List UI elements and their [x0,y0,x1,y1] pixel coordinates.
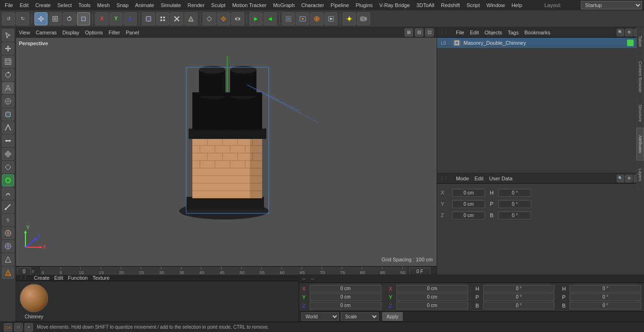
ti-b2-input[interactable] [570,302,641,309]
side-tool9[interactable] [2,135,14,147]
side-tool14[interactable] [2,201,14,213]
y-axis-button[interactable]: Y [109,12,123,25]
menu-render[interactable]: Render [185,1,207,9]
side-tool5[interactable] [2,82,14,94]
vp-settings-btn[interactable]: ⊟ [415,28,423,37]
redo-button[interactable]: ↻ [16,12,29,25]
apply-button[interactable]: Apply [382,312,403,321]
status-icon-x[interactable]: × [25,323,33,332]
menu-plugins[interactable]: Plugins [353,1,375,9]
tab-takes[interactable]: Takes [636,27,644,56]
tab-attributes[interactable]: Attributes [636,128,644,161]
vp-grid-btn[interactable]: ⊡ [425,28,434,37]
side-tool18[interactable] [2,253,14,266]
ti-z-input[interactable] [310,302,381,309]
move-tool[interactable] [34,12,48,25]
attr-z-pos[interactable] [452,211,485,219]
point-mode[interactable] [156,12,169,25]
side-scale-btn[interactable] [2,56,14,68]
attr-p-rot[interactable] [498,200,531,208]
rotate-tool[interactable] [63,12,76,25]
menu-select[interactable]: Select [55,1,75,9]
keyframe-btn3[interactable] [231,12,244,25]
om-objects-menu[interactable]: Objects [485,30,502,35]
side-move-btn[interactable] [2,42,14,55]
menu-window[interactable]: Window [484,1,508,9]
ti-z2-input[interactable] [396,302,468,309]
material-preview-chimney[interactable] [20,284,48,312]
render-region-btn[interactable] [282,12,295,25]
om-tags-menu[interactable]: Tags [508,30,519,35]
world-dropdown[interactable]: World [301,312,339,321]
render-view-btn[interactable] [296,12,309,25]
menu-pipeline[interactable]: Pipeline [328,1,352,9]
side-tool16[interactable]: S [2,227,14,239]
vp-options-menu[interactable]: Options [85,30,103,35]
menu-snap[interactable]: Snap [114,1,132,9]
tab-content-browser[interactable]: Content Browser [636,56,644,98]
menu-simulate[interactable]: Simulate [158,1,184,9]
ti-b-input[interactable] [483,302,555,309]
attr-y-pos[interactable] [452,200,485,208]
menu-file[interactable]: File [2,1,16,9]
light-btn[interactable] [343,12,356,25]
side-select-btn[interactable] [2,29,14,41]
viewport-canvas[interactable]: Perspective [16,38,437,266]
camera-btn[interactable] [357,12,370,25]
scale-dropdown[interactable]: Scale [341,312,379,321]
side-tool19[interactable] [2,267,14,279]
vp-filter-menu[interactable]: Filter [108,30,120,35]
undo-button[interactable]: ↺ [2,12,15,25]
side-rotate-btn[interactable] [2,69,14,81]
mat-function-menu[interactable]: Function [68,275,88,281]
ti-y2-input[interactable] [396,293,468,301]
side-tool13[interactable] [2,187,14,200]
menu-mograph[interactable]: MoGraph [270,1,297,9]
mat-edit-menu[interactable]: Edit [54,275,63,281]
om-config-btn[interactable]: ⚙ [625,29,633,36]
ti-p2-input[interactable] [570,293,641,301]
vp-view-menu[interactable]: View [19,30,30,35]
om-edit-menu[interactable]: Edit [470,30,479,35]
menu-3dtoall[interactable]: 3DToAll [413,1,437,9]
vp-display-menu[interactable]: Display [62,30,79,35]
model-mode[interactable] [142,12,155,25]
edge-mode[interactable] [170,12,183,25]
menu-sculpt[interactable]: Sculpt [208,1,229,9]
om-bookmarks-menu[interactable]: Bookmarks [524,30,550,35]
material-item-chimney[interactable]: Chimney [20,284,48,319]
viewport[interactable]: Perspective [16,38,437,266]
ti-x2-input[interactable] [396,285,468,292]
side-tool6[interactable] [2,95,14,107]
object-item-chimney[interactable]: L0 Masonry_Double_Chimney [437,38,644,48]
tab-structure[interactable]: Structure [636,99,644,127]
chimney-3d-object[interactable] [151,56,302,225]
side-tool11[interactable] [2,161,14,173]
attr-user-data-menu[interactable]: User Data [489,176,513,181]
keyframe-btn2[interactable] [217,12,230,25]
tab-layers[interactable]: Layers [636,161,644,189]
vp-cameras-menu[interactable]: Cameras [36,30,57,35]
render-btn[interactable] [310,12,323,25]
menu-mesh[interactable]: Mesh [94,1,113,9]
status-icon-c4d[interactable]: C4D [4,323,12,332]
play-bwd-btn[interactable]: ◀ [264,12,277,25]
om-search-btn[interactable]: 🔍 [617,29,624,36]
attr-b-rot[interactable] [498,211,531,219]
polygon-mode[interactable] [184,12,198,25]
ti-p-input[interactable] [483,293,555,301]
menu-script[interactable]: Script [464,1,483,9]
keyframe-btn1[interactable] [203,12,216,25]
side-tool12[interactable] [2,174,14,186]
side-tool17[interactable]: S [2,240,14,252]
ti-y-input[interactable] [310,293,381,301]
om-file-menu[interactable]: File [456,30,464,35]
attr-x-pos[interactable] [452,189,485,197]
obj-color-swatch[interactable] [627,40,634,46]
menu-tools[interactable]: Tools [75,1,93,9]
attr-edit-menu[interactable]: Edit [475,176,484,181]
menu-vray[interactable]: V-Ray Bridge [377,1,413,9]
status-icon-square[interactable]: □ [14,323,23,332]
side-tool7[interactable] [2,108,14,121]
side-tool8[interactable] [2,121,14,134]
